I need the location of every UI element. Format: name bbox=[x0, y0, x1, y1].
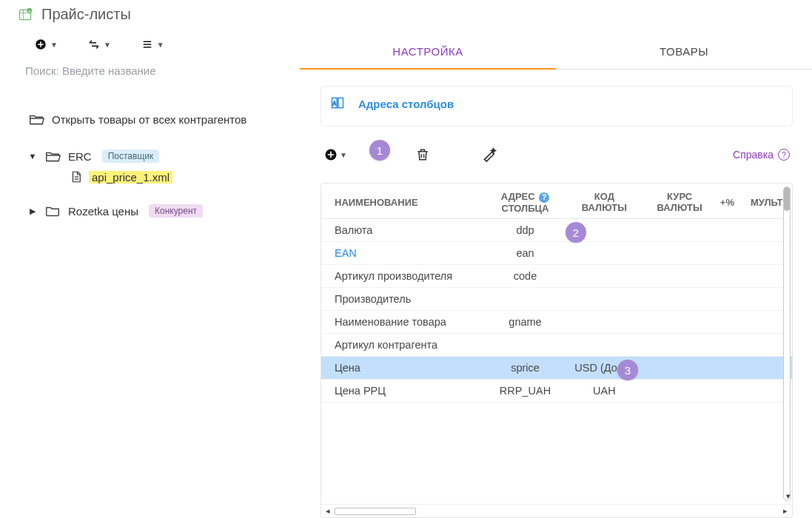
help-link[interactable]: Справка ? bbox=[733, 149, 790, 161]
cell[interactable] bbox=[646, 379, 713, 402]
scroll-down-icon[interactable]: ▾ bbox=[786, 491, 791, 501]
cell[interactable]: Цена bbox=[321, 356, 488, 379]
cell[interactable] bbox=[646, 333, 713, 356]
table-header-row: НАИМЕНОВАНИЕ АДРЕС ?СТОЛБЦА КОДВАЛЮТЫ КУ… bbox=[321, 184, 792, 218]
cell[interactable] bbox=[488, 333, 562, 356]
tree-open-all[interactable]: Открыть товары от всех контрагентов bbox=[25, 108, 289, 141]
add-button[interactable]: ▼ bbox=[34, 38, 58, 51]
chevron-right-icon: ▶ bbox=[28, 206, 37, 216]
cell[interactable] bbox=[646, 287, 713, 310]
cell[interactable]: RRP_UAH bbox=[488, 379, 562, 402]
search-input[interactable]: Поиск: Введите название bbox=[25, 63, 289, 90]
add-row-button[interactable]: ▼ bbox=[323, 146, 347, 164]
page-title: Прайс-листы bbox=[41, 6, 131, 23]
cell[interactable] bbox=[563, 264, 647, 287]
scroll-right-icon[interactable]: ▸ bbox=[783, 506, 788, 516]
cell[interactable]: sprice bbox=[488, 356, 562, 379]
cell[interactable]: ddp bbox=[488, 218, 562, 241]
price-list-icon: + bbox=[18, 7, 33, 22]
panel-header-title: Адреса столбцов bbox=[358, 98, 454, 110]
cell[interactable] bbox=[646, 310, 713, 333]
tree-row[interactable]: ▼ ERC Поставщик bbox=[25, 145, 289, 167]
cell[interactable]: code bbox=[488, 264, 562, 287]
help-icon[interactable]: ? bbox=[539, 192, 549, 203]
cell[interactable] bbox=[563, 310, 647, 333]
scrollbar-vertical[interactable] bbox=[783, 186, 791, 501]
cell[interactable] bbox=[713, 241, 741, 264]
scroll-left-icon[interactable]: ◂ bbox=[326, 506, 330, 516]
tree-file[interactable]: api_price_1.xml bbox=[68, 167, 289, 186]
tab-settings[interactable]: НАСТРОЙКА bbox=[300, 32, 556, 70]
cell[interactable]: ean bbox=[488, 241, 562, 264]
table-row[interactable]: Цена РРЦRRP_UAHUAH bbox=[321, 379, 792, 402]
table-row[interactable]: Производитель bbox=[321, 287, 792, 310]
app-header: + Прайс-листы bbox=[0, 0, 812, 32]
cell[interactable]: Производитель bbox=[321, 287, 488, 310]
cell[interactable] bbox=[713, 356, 741, 379]
cell[interactable]: Артикул производителя bbox=[321, 264, 488, 287]
col-ccy[interactable]: КОДВАЛЮТЫ bbox=[563, 184, 647, 218]
callout-3: 3 bbox=[617, 360, 638, 380]
panel-header[interactable]: A Адреса столбцов bbox=[321, 86, 793, 127]
table-row[interactable]: EANean bbox=[321, 241, 792, 264]
callout-1: 1 bbox=[369, 140, 390, 161]
cell[interactable] bbox=[713, 264, 741, 287]
menu-button[interactable]: ▼ bbox=[141, 38, 164, 51]
tree-node-erc: ▼ ERC Поставщик api_price_1.xml bbox=[25, 145, 289, 186]
cell[interactable] bbox=[713, 379, 741, 402]
tree-node-label: Rozetka цены bbox=[68, 205, 138, 218]
col-addr[interactable]: АДРЕС ?СТОЛБЦА bbox=[488, 184, 562, 218]
svg-rect-12 bbox=[338, 98, 343, 107]
cell[interactable]: Артикул контрагента bbox=[321, 333, 488, 356]
table-row[interactable]: Валютаddp bbox=[321, 218, 792, 241]
folder-icon bbox=[44, 204, 61, 218]
cell[interactable]: EAN bbox=[321, 241, 488, 264]
folder-open-icon bbox=[28, 112, 44, 126]
sync-button[interactable]: ▼ bbox=[87, 38, 111, 51]
col-name[interactable]: НАИМЕНОВАНИЕ bbox=[321, 184, 488, 218]
cell[interactable] bbox=[646, 356, 713, 379]
grid: НАИМЕНОВАНИЕ АДРЕС ?СТОЛБЦА КОДВАЛЮТЫ КУ… bbox=[321, 183, 793, 518]
table-row[interactable]: ЦенаspriceUSD (Дол… bbox=[321, 356, 792, 379]
col-rate[interactable]: КУРСВАЛЮТЫ bbox=[646, 184, 713, 218]
cell[interactable]: gname bbox=[488, 310, 562, 333]
panel: A Адреса столбцов ▼ 1 bbox=[300, 70, 812, 518]
scrollbar-thumb[interactable] bbox=[335, 508, 416, 515]
cell-link[interactable]: EAN bbox=[335, 247, 357, 259]
cell[interactable]: Наименование товара bbox=[321, 310, 488, 333]
tree-row[interactable]: ▶ Rozetka цены Конкурент bbox=[25, 200, 289, 222]
cell[interactable] bbox=[563, 241, 647, 264]
sidebar: ▼ ▼ ▼ Поиск: Введите название bbox=[0, 32, 300, 518]
scrollbar-thumb[interactable] bbox=[784, 187, 790, 211]
help-icon: ? bbox=[778, 149, 790, 161]
cell[interactable]: Валюта bbox=[321, 218, 488, 241]
cell[interactable]: Цена РРЦ bbox=[321, 379, 488, 402]
sidebar-toolbar: ▼ ▼ ▼ bbox=[25, 32, 289, 63]
tab-products[interactable]: ТОВАРЫ bbox=[556, 32, 812, 70]
cell[interactable] bbox=[488, 287, 562, 310]
callout-2: 2 bbox=[566, 222, 586, 243]
grid-toolbar: ▼ 1 Справка ? bbox=[321, 146, 793, 183]
cell[interactable] bbox=[646, 241, 713, 264]
cell[interactable] bbox=[713, 310, 741, 333]
magic-button[interactable] bbox=[480, 146, 498, 164]
cell[interactable]: UAH bbox=[563, 379, 647, 402]
col-pct[interactable]: +% bbox=[713, 184, 741, 218]
cell[interactable] bbox=[563, 333, 647, 356]
table-row[interactable]: Артикул производителяcode bbox=[321, 264, 792, 287]
tree-node-label: ERC bbox=[68, 150, 92, 163]
table-row[interactable]: Артикул контрагента bbox=[321, 333, 792, 356]
chevron-down-icon: ▼ bbox=[340, 151, 347, 159]
cell[interactable] bbox=[646, 218, 713, 241]
badge-supplier: Поставщик bbox=[102, 149, 160, 163]
cell[interactable] bbox=[713, 287, 741, 310]
tabs: НАСТРОЙКА ТОВАРЫ bbox=[300, 32, 812, 70]
delete-button[interactable] bbox=[414, 146, 432, 164]
scrollbar-horizontal[interactable]: ◂ ▸ bbox=[321, 504, 792, 517]
cell[interactable] bbox=[563, 287, 647, 310]
cell[interactable] bbox=[646, 264, 713, 287]
cell[interactable] bbox=[713, 333, 741, 356]
table-row[interactable]: Наименование товараgname bbox=[321, 310, 792, 333]
cell[interactable] bbox=[713, 218, 741, 241]
columns-icon: A bbox=[324, 95, 345, 112]
